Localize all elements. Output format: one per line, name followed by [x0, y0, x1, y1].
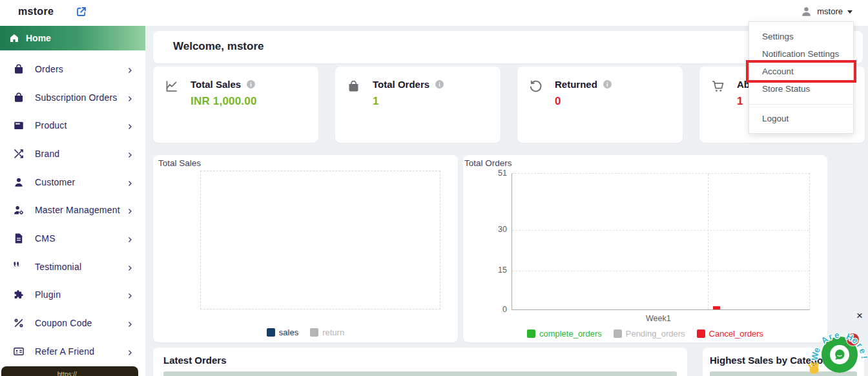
chat-bubble-icon — [830, 345, 849, 364]
sidebar-list: Orders Subscription Orders Product — [0, 50, 145, 376]
chevron-right-icon — [126, 121, 134, 129]
sidebar-item-master-management[interactable]: Master Management — [0, 196, 145, 224]
chevron-right-icon — [126, 291, 134, 298]
user-dropdown-menu: Settings Notification Settings Account S… — [749, 21, 854, 134]
sidebar-item-label: CMS — [35, 233, 126, 244]
section-title: Latest Orders — [163, 355, 227, 366]
sidebar-item-plugin[interactable]: Plugin — [0, 281, 145, 309]
sidebar-item-label: Master Management — [35, 205, 126, 215]
link-url-tooltip: https://... — [1, 366, 138, 376]
sidebar-item-subscription-orders[interactable]: Subscription Orders — [0, 83, 145, 112]
chevron-right-icon — [126, 235, 134, 242]
x-tick: Week1 — [646, 314, 671, 323]
shuffle-icon — [13, 148, 25, 160]
menu-item-logout[interactable]: Logout — [749, 104, 853, 133]
dashboard-page: mstore mstore Home — [0, 0, 868, 376]
legend-label: sales — [279, 328, 298, 337]
chevron-right-icon — [126, 319, 134, 327]
sidebar-item-label: Plugin — [35, 289, 126, 300]
sidebar-item-coupon-code[interactable]: Coupon Code — [0, 309, 145, 337]
stat-card-total-orders: Total Ordersi 1 — [335, 67, 501, 143]
menu-item-store-status[interactable]: Store Status — [749, 80, 853, 98]
legend-label: return — [322, 328, 344, 337]
sidebar-item-cms[interactable]: CMS — [0, 224, 145, 253]
percent-icon — [13, 317, 25, 329]
y-tick: 30 — [486, 225, 507, 234]
chat-widget-button[interactable]: 1 — [822, 337, 858, 373]
sidebar-item-refer-a-friend[interactable]: Refer A Friend — [0, 337, 145, 366]
menu-item-notification-settings[interactable]: Notification Settings — [749, 45, 853, 63]
stat-label: Ab — [737, 79, 750, 90]
sidebar-item-testimonial[interactable]: Testimonial — [0, 253, 145, 281]
quote-icon — [13, 261, 25, 273]
plot-area — [512, 173, 810, 310]
chevron-right-icon — [126, 263, 134, 271]
chart-legend: sales return — [153, 328, 458, 337]
stat-label: Total Sales — [191, 79, 241, 90]
cart-icon — [711, 79, 725, 93]
chevron-right-icon — [126, 94, 134, 101]
gridline — [512, 230, 809, 231]
legend-item-cancel-orders[interactable]: Cancel_orders — [697, 329, 764, 339]
sidebar-item-brand[interactable]: Brand — [0, 140, 145, 168]
latest-orders-card: Latest Orders — [153, 348, 687, 376]
sidebar-item-label: Coupon Code — [35, 318, 126, 328]
legend-swatch — [614, 329, 622, 338]
page-title: Welcome, mstore — [173, 40, 264, 53]
chat-unread-badge: 1 — [846, 333, 860, 346]
legend-item-pending-orders[interactable]: Pending_orders — [614, 329, 685, 339]
gridline — [512, 271, 809, 271]
legend-label: complete_orders — [539, 329, 602, 339]
user-menu-toggle[interactable]: mstore — [800, 5, 852, 17]
info-icon[interactable]: i — [603, 80, 612, 89]
legend-label: Pending_orders — [626, 329, 685, 339]
y-tick: 15 — [486, 266, 507, 275]
bar-cancel-orders[interactable] — [713, 306, 720, 309]
brand-title[interactable]: mstore — [18, 6, 54, 17]
legend-item-return[interactable]: return — [310, 328, 344, 337]
shopping-bag-icon — [13, 92, 25, 103]
chart-legend: complete_orders Pending_orders Cancel_or… — [463, 329, 827, 339]
y-tick: 0 — [486, 305, 507, 314]
stat-card-total-sales: Total Salesi INR 1,000.00 — [153, 67, 318, 143]
person-icon — [13, 176, 25, 188]
menu-item-account[interactable]: Account — [749, 63, 853, 80]
legend-item-complete-orders[interactable]: complete_orders — [527, 329, 602, 339]
close-icon[interactable]: × — [856, 311, 863, 321]
legend-swatch — [310, 328, 318, 337]
y-tick: 51 — [486, 169, 507, 178]
menu-item-settings[interactable]: Settings — [749, 28, 853, 45]
chevron-right-icon — [126, 65, 134, 73]
stat-card-returned: Returnedi 0 — [517, 67, 683, 143]
external-link-icon[interactable] — [76, 6, 87, 17]
sidebar-item-home[interactable]: Home — [0, 26, 145, 50]
sidebar: Home Orders Subscription Orders — [0, 26, 145, 376]
sidebar-item-label: Orders — [35, 64, 126, 74]
caret-down-icon — [847, 10, 852, 14]
legend-label: Cancel_orders — [709, 329, 764, 339]
gridline-vertical — [708, 174, 708, 309]
sidebar-item-customer[interactable]: Customer — [0, 168, 145, 196]
topbar: mstore mstore — [0, 0, 868, 26]
sidebar-item-label: Subscription Orders — [35, 92, 126, 103]
empty-plot-area — [200, 171, 440, 309]
legend-item-sales[interactable]: sales — [267, 328, 298, 337]
product-box-icon — [13, 120, 25, 131]
table-header-bar — [163, 371, 677, 376]
line-chart-icon — [165, 79, 178, 93]
return-arrow-icon — [529, 79, 542, 93]
sidebar-item-orders[interactable]: Orders — [0, 55, 145, 83]
total-sales-chart-card: Total Sales sales return — [153, 155, 458, 342]
info-icon[interactable]: i — [435, 80, 444, 89]
info-icon[interactable]: i — [247, 80, 255, 89]
stat-value: 0 — [555, 95, 561, 108]
home-icon — [9, 33, 19, 43]
sidebar-item-label: Customer — [35, 177, 126, 187]
chevron-right-icon — [126, 348, 134, 355]
user-name: mstore — [817, 6, 843, 16]
sidebar-item-product[interactable]: Product — [0, 111, 145, 140]
chevron-right-icon — [126, 150, 134, 158]
sidebar-item-label: Brand — [35, 149, 126, 159]
total-orders-chart-card: Total Orders 51 30 15 0 Week1 complete_o… — [463, 155, 827, 342]
shopping-bag-icon — [347, 79, 360, 93]
